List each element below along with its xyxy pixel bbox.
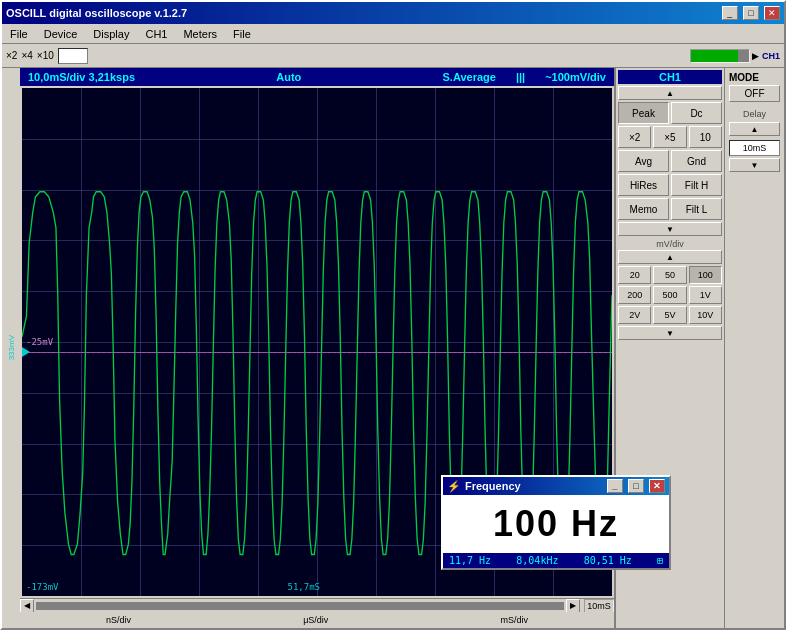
h-scrollbar: ◀ ▶ 10mS: [20, 598, 614, 612]
freq-max: 80,51 Hz: [584, 555, 632, 566]
mv-div-label: mV/div: [618, 239, 722, 249]
menu-file[interactable]: File: [6, 26, 32, 42]
menu-display[interactable]: Display: [89, 26, 133, 42]
x2-btn[interactable]: ×2: [618, 126, 651, 148]
freq-minimize[interactable]: _: [607, 479, 623, 493]
scale-labels: nS/div μS/div mS/div: [20, 612, 614, 628]
hires-btn[interactable]: HiRes: [618, 174, 669, 196]
title-buttons: _ □ ✕: [720, 6, 780, 20]
mv-1v[interactable]: 1V: [689, 286, 722, 304]
mv-arrow-up[interactable]: ▲: [618, 250, 722, 264]
mv-row-1: 20 50 100: [618, 266, 722, 284]
top-voltage-label: 333mV: [7, 335, 16, 360]
freq-title-bar: ⚡ Frequency _ □ ✕: [443, 477, 669, 495]
filth-btn[interactable]: Filt H: [671, 174, 722, 196]
panel-row-3: HiRes Filt H: [618, 174, 722, 196]
mv-row-2: 200 500 1V: [618, 286, 722, 304]
rightmost-panel: MODE OFF Delay ▲ 10mS ▼: [724, 68, 784, 628]
panel-arrow-down[interactable]: ▼: [618, 222, 722, 236]
x10-btn[interactable]: 10: [689, 126, 722, 148]
panel-row-2: Avg Gnd: [618, 150, 722, 172]
delay-down[interactable]: ▼: [729, 158, 780, 172]
panel-row-1: Peak Dc: [618, 102, 722, 124]
freq-min: 11,7 Hz: [449, 555, 491, 566]
panel-row-mult: ×2 ×5 10: [618, 126, 722, 148]
panel-row-4: Memo Filt L: [618, 198, 722, 220]
peak-btn[interactable]: Peak: [618, 102, 669, 124]
mode-area: MODE OFF Delay ▲ 10mS ▼: [727, 70, 782, 176]
main-window: OSCILL digital oscilloscope v.1.2.7 _ □ …: [0, 0, 786, 630]
delay-value: 10mS: [729, 140, 780, 156]
ch1-indicator: ▶ CH1: [752, 51, 780, 61]
freq-title: Frequency: [465, 480, 521, 492]
freq-popup: ⚡ Frequency _ □ ✕ 100 Hz 11,7 Hz 8,04kHz…: [441, 475, 671, 570]
scroll-left-btn[interactable]: ◀: [20, 599, 34, 613]
time-display: 10mS: [584, 599, 614, 613]
freq-close[interactable]: ✕: [649, 479, 665, 493]
minimize-button[interactable]: _: [722, 6, 738, 20]
freq-maximize[interactable]: □: [628, 479, 644, 493]
off-btn[interactable]: OFF: [729, 85, 780, 102]
mode-row: MODE: [729, 72, 780, 83]
ch1-header: CH1: [618, 70, 722, 84]
avg-btn[interactable]: Avg: [618, 150, 669, 172]
mode-label: MODE: [729, 72, 759, 83]
avg-status: S.Average: [443, 71, 496, 83]
freq-bottom: 11,7 Hz 8,04kHz 80,51 Hz ⊞: [443, 553, 669, 568]
mv-arrow-down[interactable]: ▼: [618, 326, 722, 340]
mv-100[interactable]: 100: [689, 266, 722, 284]
filtl-btn[interactable]: Filt L: [671, 198, 722, 220]
dc-btn[interactable]: Dc: [671, 102, 722, 124]
scroll-track[interactable]: [36, 602, 564, 610]
menu-bar: File Device Display CH1 Meters File: [2, 24, 784, 44]
mv-50[interactable]: 50: [653, 266, 686, 284]
freq-icon: ⚡: [447, 480, 461, 493]
delay-label: Delay: [729, 109, 780, 119]
freq-value: 100 Hz: [493, 503, 619, 544]
freq-mid: 8,04kHz: [516, 555, 558, 566]
mv-10v[interactable]: 10V: [689, 306, 722, 324]
ch1-header-label: CH1: [659, 71, 681, 83]
toolbar: ×2 ×4 ×10 ▶ CH1: [2, 44, 784, 68]
title-bar: OSCILL digital oscilloscope v.1.2.7 _ □ …: [2, 2, 784, 24]
ch-label: ×2: [6, 50, 17, 61]
ch-combo[interactable]: [58, 48, 88, 64]
freq-display: 100 Hz: [443, 495, 669, 553]
scale-us: μS/div: [303, 615, 328, 625]
maximize-button[interactable]: □: [743, 6, 759, 20]
memo-btn[interactable]: Memo: [618, 198, 669, 220]
x5-btn[interactable]: ×5: [653, 126, 686, 148]
mv-200[interactable]: 200: [618, 286, 651, 304]
time-div-status: 10,0mS/div 3,21ksps: [28, 71, 135, 83]
left-scale: 333mV: [2, 68, 20, 628]
scale-ns: nS/div: [106, 615, 131, 625]
menu-device[interactable]: Device: [40, 26, 82, 42]
close-button[interactable]: ✕: [764, 6, 780, 20]
panel-arrow-up[interactable]: ▲: [618, 86, 722, 100]
menu-meters[interactable]: Meters: [179, 26, 221, 42]
mode-status: Auto: [276, 71, 301, 83]
ch-label2: ×4: [21, 50, 32, 61]
menu-ch1[interactable]: CH1: [141, 26, 171, 42]
mv-2v[interactable]: 2V: [618, 306, 651, 324]
menu-file2[interactable]: File: [229, 26, 255, 42]
mv-5v[interactable]: 5V: [653, 306, 686, 324]
volt-div-status: ~100mV/div: [545, 71, 606, 83]
scale-ms: mS/div: [500, 615, 528, 625]
progress-bar: [690, 49, 750, 63]
freq-extra: ⊞: [657, 555, 663, 566]
mv-500[interactable]: 500: [653, 286, 686, 304]
gnd-btn[interactable]: Gnd: [671, 150, 722, 172]
delay-up[interactable]: ▲: [729, 122, 780, 136]
status-bar: 10,0mS/div 3,21ksps Auto S.Average ||| ~…: [20, 68, 614, 86]
mv-20[interactable]: 20: [618, 266, 651, 284]
scroll-right-btn[interactable]: ▶: [566, 599, 580, 613]
mv-row-3: 2V 5V 10V: [618, 306, 722, 324]
ch-label3: ×10: [37, 50, 54, 61]
title-text: OSCILL digital oscilloscope v.1.2.7: [6, 7, 187, 19]
trigger-status: |||: [516, 71, 525, 83]
